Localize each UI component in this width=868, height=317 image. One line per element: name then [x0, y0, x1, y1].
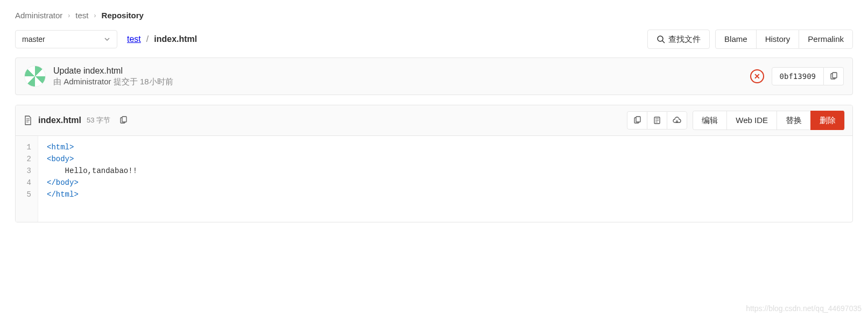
- file-icon: [23, 116, 33, 125]
- chevron-right-icon: ›: [94, 12, 96, 19]
- search-icon: [657, 35, 665, 44]
- file-toolbar: master test / index.html 查找文件 Blame Hist…: [15, 30, 853, 49]
- file-path: test / index.html: [127, 34, 197, 44]
- svg-rect-8: [122, 117, 126, 122]
- copy-icon: [119, 116, 128, 125]
- code-content: <html><body> Hello,tandabao!!</body></ht…: [38, 136, 852, 222]
- breadcrumb-item-current: Repository: [102, 11, 144, 20]
- breadcrumb-item[interactable]: test: [75, 11, 88, 20]
- code-viewer: 12345 <html><body> Hello,tandabao!!</bod…: [16, 136, 852, 222]
- branch-name: master: [22, 35, 45, 44]
- file-name: index.html: [38, 116, 81, 125]
- download-icon: [673, 116, 681, 125]
- chevron-right-icon: ›: [68, 12, 70, 19]
- blame-button[interactable]: Blame: [715, 30, 756, 49]
- permalink-button[interactable]: Permalink: [799, 30, 853, 49]
- chevron-down-icon: [104, 36, 110, 42]
- commit-author[interactable]: Administrator: [63, 77, 111, 86]
- download-button[interactable]: [667, 111, 687, 129]
- pipeline-failed-icon[interactable]: ✕: [750, 69, 764, 83]
- document-icon: [653, 116, 661, 125]
- copy-sha-button[interactable]: [824, 67, 844, 85]
- svg-line-1: [662, 41, 665, 43]
- commit-title: Update index.html: [53, 66, 173, 76]
- history-button[interactable]: History: [756, 30, 799, 49]
- view-buttons-group: Blame History Permalink: [715, 30, 853, 49]
- file-action-buttons: 编辑 Web IDE 替换 删除: [693, 111, 845, 130]
- copy-icon: [829, 72, 838, 81]
- branch-selector[interactable]: master: [15, 30, 117, 48]
- delete-button[interactable]: 删除: [810, 111, 845, 130]
- copy-contents-button[interactable]: [627, 111, 647, 129]
- avatar: [24, 66, 46, 87]
- commit-meta: 由 Administrator 提交于 18小时前: [53, 77, 173, 87]
- find-file-button[interactable]: 查找文件: [647, 30, 710, 49]
- commit-sha-box: 0bf13909: [772, 67, 844, 85]
- path-separator: /: [146, 34, 149, 44]
- svg-rect-10: [636, 117, 640, 122]
- svg-rect-3: [832, 73, 837, 78]
- file-panel: index.html 53 字节: [15, 105, 853, 222]
- raw-button[interactable]: [647, 111, 667, 129]
- commit-time: 18小时前: [140, 77, 173, 86]
- file-icon-buttons: [627, 111, 687, 129]
- path-root[interactable]: test: [127, 34, 141, 44]
- file-header: index.html 53 字节: [16, 105, 852, 136]
- find-file-label: 查找文件: [668, 34, 701, 44]
- line-numbers: 12345: [16, 136, 38, 222]
- commit-info-box: Update index.html 由 Administrator 提交于 18…: [15, 57, 853, 95]
- webide-button[interactable]: Web IDE: [726, 111, 777, 130]
- copy-icon: [633, 116, 641, 125]
- file-size: 53 字节: [87, 116, 110, 125]
- path-file: index.html: [154, 34, 197, 44]
- breadcrumb-item[interactable]: Administrator: [15, 11, 62, 20]
- commit-sha: 0bf13909: [772, 67, 824, 85]
- copy-path-button[interactable]: [116, 114, 131, 127]
- breadcrumb: Administrator › test › Repository: [15, 11, 853, 20]
- edit-button[interactable]: 编辑: [693, 111, 726, 130]
- svg-point-0: [658, 36, 663, 41]
- replace-button[interactable]: 替换: [777, 111, 810, 130]
